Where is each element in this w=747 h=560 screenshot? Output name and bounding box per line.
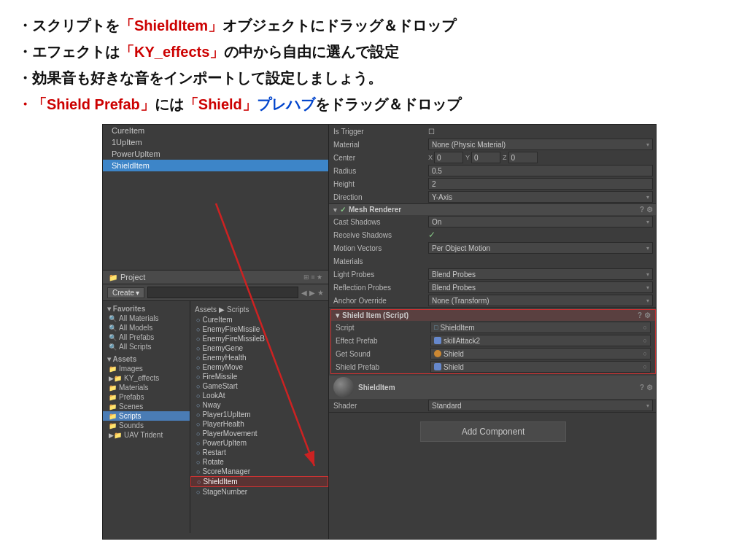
reflection-probes-label: Reflection Probes	[333, 284, 428, 292]
search-icon-4: 🔍	[109, 343, 117, 351]
material-section-name: ShieldItem	[358, 384, 395, 392]
shader-dropdown[interactable]: Standard ▾	[428, 400, 653, 411]
get-sound-row: Get Sound Shield ○	[331, 347, 655, 360]
material-dropdown[interactable]: None (Physic Material) ▾	[428, 139, 653, 150]
script-icon-19: ○	[196, 489, 200, 496]
materials-label: Materials	[333, 257, 428, 265]
get-sound-field[interactable]: Shield ○	[430, 348, 651, 359]
folder-icon-uav: ▶📁	[109, 432, 122, 439]
project-right-panel: Assets ▶ Scripts ○ CureItem ○ EnemyFireM…	[190, 301, 328, 533]
script-icon-14: ○	[196, 440, 200, 447]
script-rotate[interactable]: ○ Rotate	[190, 457, 328, 467]
cast-shadows-label: Cast Shadows	[333, 218, 428, 226]
hierarchy-item-1upitem[interactable]: 1UpItem	[103, 136, 328, 148]
material-section-header[interactable]: ShieldItem ? ⚙	[329, 376, 657, 399]
radius-input[interactable]	[428, 165, 653, 176]
shield-gear-icon[interactable]: ⚙	[644, 311, 651, 319]
search-icon-3: 🔍	[109, 334, 117, 341]
project-panel: 📁 Project ⊞ ≡ ★ Create ▾ ◀ ▶ ★ ▾ Favorit…	[103, 271, 329, 540]
shield-item-header[interactable]: ▾ Shield Item (Script) ? ⚙	[331, 310, 655, 321]
mesh-renderer-section: ▾ ✓ Mesh Renderer ? ⚙ Cast Shadows On ▾ …	[329, 204, 657, 308]
light-probes-row: Light Probes Blend Probes ▾	[329, 268, 657, 281]
reflection-probes-arrow: ▾	[646, 284, 649, 291]
favorites-all-models[interactable]: 🔍 All Models	[103, 323, 190, 332]
assets-images[interactable]: 📁 Images	[103, 364, 190, 373]
script-playermovement[interactable]: ○ PlayerMovement	[190, 429, 328, 438]
script-scoremanager[interactable]: ○ ScoreManager	[190, 467, 328, 476]
material-gear-icon[interactable]: ⚙	[646, 384, 653, 392]
motion-vectors-dropdown[interactable]: Per Object Motion ▾	[428, 242, 653, 254]
reflection-probes-dropdown[interactable]: Blend Probes ▾	[428, 281, 653, 293]
project-search-input[interactable]	[147, 287, 298, 298]
script-restart[interactable]: ○ Restart	[190, 448, 328, 457]
add-component-button[interactable]: Add Component	[420, 421, 566, 442]
reflection-probes-row: Reflection Probes Blend Probes ▾	[329, 281, 657, 294]
shader-label: Shader	[333, 402, 428, 410]
script-gamestart[interactable]: ○ GameStart	[190, 381, 328, 391]
assets-scripts[interactable]: 📁 Scripts	[103, 411, 190, 421]
script-player1upitem[interactable]: ○ Player1UpItem	[190, 410, 328, 419]
script-icon: ○	[196, 316, 200, 324]
script-firemissile[interactable]: ○ FireMissile	[190, 372, 328, 381]
assets-scenes[interactable]: 📁 Scenes	[103, 402, 190, 411]
script-playerhealth[interactable]: ○ PlayerHealth	[190, 419, 328, 429]
materials-row: Materials	[329, 254, 657, 268]
shield-info-icon[interactable]: ?	[638, 311, 642, 319]
script-field[interactable]: □ ShieldItem ○	[430, 322, 651, 333]
hierarchy-item-powerupitem[interactable]: PowerUpItem	[103, 148, 328, 160]
material-info-icon[interactable]: ?	[640, 384, 644, 392]
script-enemygene[interactable]: ○ EnemyGene	[190, 343, 328, 353]
is-trigger-row: Is Trigger ☐	[329, 125, 657, 138]
assets-label: ▾ Assets	[103, 354, 190, 364]
assets-ky-effects[interactable]: ▶📁 KY_effects	[103, 373, 190, 383]
folder-icon-scripts: 📁	[109, 413, 117, 420]
cast-shadows-dropdown[interactable]: On ▾	[428, 216, 653, 228]
hierarchy-item-shielditem[interactable]: ShieldItem	[103, 160, 328, 171]
script-label: Script	[336, 324, 430, 332]
assets-prefabs[interactable]: 📁 Prefabs	[103, 392, 190, 402]
script-enemyhealth[interactable]: ○ EnemyHealth	[190, 353, 328, 362]
mesh-renderer-toggle: ▾	[333, 206, 337, 214]
hierarchy-item-cureitem[interactable]: CureItem	[103, 125, 328, 136]
center-fields: X Y Z	[428, 152, 653, 163]
mesh-renderer-info-icon[interactable]: ?	[640, 206, 644, 214]
center-x-field: X	[428, 152, 463, 163]
center-y-input[interactable]	[471, 152, 500, 163]
mesh-renderer-gear-icon[interactable]: ⚙	[646, 206, 653, 214]
script-enemyfiremissileb[interactable]: ○ EnemyFireMissileB	[190, 334, 328, 343]
assets-sounds[interactable]: 📁 Sounds	[103, 421, 190, 430]
shield-prefab-field[interactable]: Shield ○	[430, 361, 651, 373]
mesh-renderer-check: ✓	[340, 206, 346, 214]
height-input[interactable]	[428, 178, 653, 190]
center-x-input[interactable]	[434, 152, 463, 163]
assets-uav[interactable]: ▶📁 UAV Trident	[103, 430, 190, 440]
create-button[interactable]: Create ▾	[107, 287, 144, 298]
script-shielditem[interactable]: ○ ShieldItem	[190, 476, 328, 487]
script-nway[interactable]: ○ Nway	[190, 400, 328, 410]
dropdown-arrow: ▾	[646, 141, 649, 148]
script-enemyfiremissile[interactable]: ○ EnemyFireMissile	[190, 324, 328, 334]
effect-prefab-field[interactable]: skillAttack2 ○	[430, 335, 651, 346]
script-powerupitem[interactable]: ○ PowerUpItem	[190, 438, 328, 448]
assets-materials[interactable]: 📁 Materials	[103, 383, 190, 392]
light-probes-dropdown[interactable]: Blend Probes ▾	[428, 268, 653, 280]
anchor-override-dropdown[interactable]: None (Transform) ▾	[428, 295, 653, 306]
center-z-input[interactable]	[508, 152, 538, 163]
cast-shadows-arrow: ▾	[646, 219, 649, 225]
script-enemymove[interactable]: ○ EnemyMove	[190, 362, 328, 372]
favorites-all-scripts[interactable]: 🔍 All Scripts	[103, 342, 190, 351]
unity-editor-screenshot: CureItem 1UpItem PowerUpItem ShieldItem …	[102, 124, 657, 540]
shield-toggle: ▾	[336, 311, 339, 319]
mesh-renderer-header[interactable]: ▾ ✓ Mesh Renderer ? ⚙	[329, 204, 657, 215]
script-stagenumber[interactable]: ○ StageNumber	[190, 487, 328, 497]
script-icon-17: ○	[196, 468, 200, 475]
favorites-all-materials[interactable]: 🔍 All Materials	[103, 314, 190, 323]
favorites-all-prefabs[interactable]: 🔍 All Prefabs	[103, 332, 190, 342]
script-cureitem[interactable]: ○ CureItem	[190, 315, 328, 324]
search-icon: 🔍	[109, 315, 117, 322]
height-label: Height	[333, 180, 428, 188]
folder-icon-materials: 📁	[109, 384, 117, 392]
script-lookat[interactable]: ○ LookAt	[190, 391, 328, 400]
direction-dropdown[interactable]: Y-Axis ▾	[428, 191, 653, 203]
hierarchy-panel: CureItem 1UpItem PowerUpItem ShieldItem	[103, 125, 329, 271]
